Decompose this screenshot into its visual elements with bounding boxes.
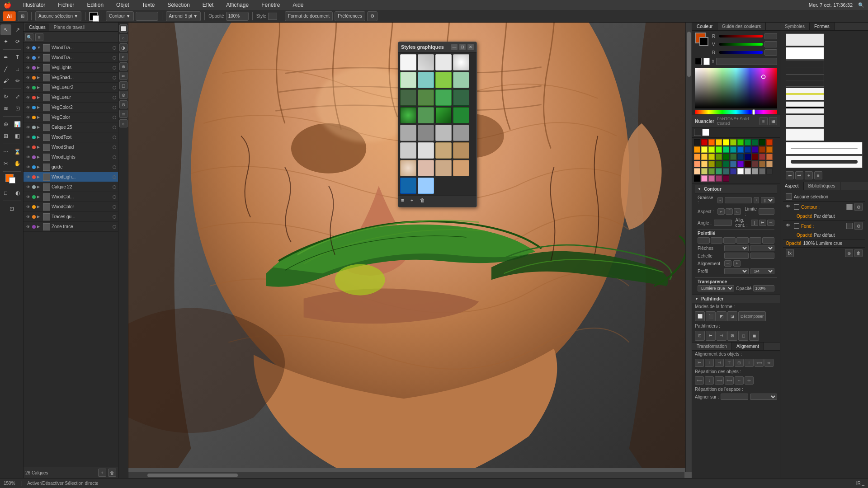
contour-options-btn[interactable]: ⚙ <box>854 203 863 211</box>
layer-lock-17[interactable] <box>106 214 111 220</box>
fg-small-swatch[interactable] <box>695 58 702 65</box>
color-swatch[interactable] <box>766 168 773 174</box>
formes-menu-btn[interactable]: ≡ <box>814 171 822 179</box>
layer-expand-4[interactable]: ▶ <box>37 85 42 89</box>
hex-input[interactable] <box>716 58 777 65</box>
opacite-trans-input[interactable] <box>753 285 774 291</box>
layer-expand-17[interactable]: ▶ <box>37 215 42 219</box>
color-swatch[interactable] <box>766 154 773 160</box>
layer-item[interactable]: 👁 ▶ VegLueur2 <box>24 83 118 93</box>
layer-visibility-8[interactable]: 👁 <box>25 125 31 130</box>
eyedropper-tool[interactable]: ⌛ <box>12 146 23 157</box>
couleur-tab[interactable]: Couleur <box>692 23 717 30</box>
formes-tab[interactable]: Formes <box>810 23 835 30</box>
menu-edition[interactable]: Edition <box>84 1 106 9</box>
transformation-tab[interactable]: Transformation <box>692 343 732 350</box>
fleche-end-select[interactable] <box>750 245 775 251</box>
layer-visibility-4[interactable]: 👁 <box>25 85 31 90</box>
brush-dodge-btn[interactable]: ☼ <box>119 119 127 127</box>
aspect-visibility-btn[interactable]: 👁 <box>786 204 792 210</box>
direct-selection-tool[interactable]: ↗ <box>12 24 23 35</box>
nuancier-list-view[interactable]: ≡ <box>760 117 768 125</box>
layer-visibility-7[interactable]: 👁 <box>25 115 31 120</box>
color-swatch[interactable] <box>701 139 708 145</box>
layer-item[interactable]: 👁 ▼ WoodTra... <box>24 53 118 63</box>
layer-lock-9[interactable] <box>106 135 111 140</box>
graphic-style-swatch[interactable] <box>400 54 416 70</box>
layer-item[interactable]: 👁 ▶ guide <box>24 162 118 172</box>
layer-visibility-12[interactable]: 👁 <box>25 164 31 170</box>
paintbrush-tool[interactable]: 🖌 <box>0 75 11 86</box>
menu-objet[interactable]: Objet <box>113 1 132 9</box>
color-swatch[interactable] <box>723 146 729 153</box>
rep-mid-btn[interactable]: ↔ <box>735 376 744 385</box>
layer-expand-15[interactable]: ▶ <box>37 195 42 199</box>
brush-size-btn[interactable]: ○ <box>119 34 127 42</box>
layer-item[interactable]: 👁 ▶ WoodLigh... <box>24 172 118 182</box>
tiret-input-3[interactable] <box>750 237 762 244</box>
color-swatch[interactable] <box>708 168 715 174</box>
bibliotheques-tab[interactable]: Bibliothèques <box>804 182 840 190</box>
color-swatch[interactable] <box>694 154 700 160</box>
layer-item[interactable]: 👁 ▶ VegShad... <box>24 73 118 83</box>
layer-item[interactable]: 👁 ▶ Traces gu... <box>24 212 118 222</box>
opacite-input[interactable] <box>226 12 249 21</box>
color-swatch[interactable] <box>716 168 722 174</box>
aspect-contour-toggle[interactable] <box>794 204 799 210</box>
limite-input[interactable] <box>759 208 774 215</box>
canvas-scrollbar-bottom[interactable] <box>128 472 684 478</box>
stroke-style-1[interactable] <box>786 33 824 46</box>
layer-visibility-10[interactable]: 👁 <box>25 145 31 150</box>
layers-find-btn[interactable]: 🔍 <box>25 33 33 41</box>
color-swatch[interactable] <box>708 139 715 145</box>
graphic-style-swatch[interactable] <box>453 160 469 176</box>
gradient-tool[interactable]: ◧ <box>12 131 23 141</box>
angle-input[interactable] <box>714 220 732 226</box>
graphic-style-swatch[interactable] <box>435 89 452 106</box>
color-swatch[interactable] <box>752 154 758 160</box>
color-swatch[interactable] <box>766 161 773 167</box>
stroke-style-4[interactable] <box>786 74 824 87</box>
align-center-btn[interactable]: | <box>751 220 758 226</box>
layer-expand-0[interactable]: ▼ <box>37 46 42 50</box>
contour-color-swatch[interactable] <box>846 204 853 210</box>
menu-fenetre[interactable]: Fenêtre <box>259 1 283 9</box>
round-join-btn[interactable]: ⌒ <box>726 208 733 215</box>
graphic-style-swatch[interactable] <box>435 142 452 159</box>
layer-item[interactable]: 👁 ▶ Zone trace <box>24 222 118 232</box>
color-swatch[interactable] <box>745 154 751 160</box>
graphic-style-swatch[interactable] <box>400 125 416 141</box>
stroke-style-2[interactable] <box>786 47 824 60</box>
fond-color-swatch[interactable] <box>846 223 853 229</box>
rect-tool[interactable]: □ <box>12 64 23 75</box>
menu-selection[interactable]: Sélection <box>165 1 192 9</box>
selection-label-btn[interactable]: Aucune sélection ▼ <box>35 11 81 21</box>
align-left-btn[interactable]: ⊢ <box>695 359 704 367</box>
layers-menu-btn[interactable]: ≡ <box>35 33 43 41</box>
color-swatch[interactable] <box>701 154 708 160</box>
stroke-style-3[interactable] <box>786 61 824 73</box>
color-swatch[interactable] <box>716 175 722 182</box>
layer-item[interactable]: 👁 ▶ VegLueur <box>24 93 118 103</box>
align-top-btn[interactable]: ⊤ <box>725 359 734 367</box>
preferences-btn[interactable]: Préférences <box>335 11 365 21</box>
layer-lock-4[interactable] <box>106 85 111 90</box>
profil-ratio-select[interactable]: 1/4 <box>750 268 775 274</box>
tiret-input-1[interactable] <box>698 237 710 244</box>
graphic-style-swatch[interactable] <box>453 107 469 123</box>
layer-item[interactable]: 👁 ▶ VegLights <box>24 63 118 73</box>
graphic-style-swatch[interactable] <box>418 107 434 123</box>
layer-lock-1[interactable] <box>106 55 111 61</box>
contour-value-input[interactable] <box>136 12 158 21</box>
color-swatch[interactable] <box>694 139 700 145</box>
color-swatch[interactable] <box>737 168 744 174</box>
stroke-style-6[interactable] <box>786 101 824 114</box>
align-center-v-btn[interactable]: ⊞ <box>735 359 744 367</box>
color-swatch[interactable] <box>745 146 751 153</box>
layer-lock-14[interactable] <box>106 184 111 190</box>
bg-color-box[interactable] <box>699 37 708 46</box>
rep-bottom-btn[interactable]: ⟹ <box>715 376 724 385</box>
color-swatch[interactable] <box>716 161 722 167</box>
layer-visibility-6[interactable]: 👁 <box>25 105 31 110</box>
layer-visibility-0[interactable]: 👁 <box>25 45 31 51</box>
